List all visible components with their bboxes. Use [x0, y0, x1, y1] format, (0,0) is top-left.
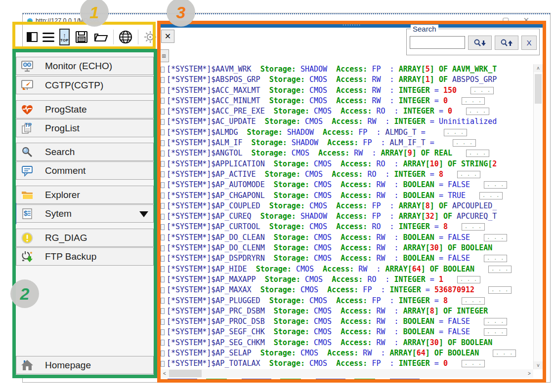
- find-next-button[interactable]: [468, 36, 492, 50]
- panel-close-button[interactable]: ✕: [161, 30, 174, 43]
- variable-text-segment: RW :: [372, 307, 403, 315]
- tree-expander-icon[interactable]: [161, 224, 165, 230]
- sidebar-item-proglist[interactable]: TP ProgList: [16, 119, 154, 137]
- tree-expander-icon[interactable]: [161, 109, 165, 115]
- expand-value-button[interactable]: . . .: [462, 97, 485, 105]
- address-url[interactable]: http://127.0.0.1/MD/sys: [36, 17, 99, 24]
- scroll-left-button[interactable]: ˂: [161, 369, 169, 378]
- horizontal-scrollbar[interactable]: ˂ ˃: [161, 369, 533, 378]
- variable-text-segment: CMOS: [309, 243, 341, 252]
- open-folder-button[interactable]: [93, 31, 108, 43]
- expand-value-button[interactable]: . . .: [462, 297, 485, 305]
- tree-expander-icon[interactable]: [161, 287, 165, 293]
- tree-expander-icon[interactable]: [161, 351, 165, 356]
- chevron-down-icon[interactable]: [139, 211, 148, 217]
- variable-row: [*SYSTEM*]$ABSPOS_GRP Storage: CMOS Acce…: [161, 75, 532, 85]
- menu-button[interactable]: [43, 33, 54, 42]
- scroll-up-button[interactable]: ˄: [534, 64, 543, 72]
- collapse-tree-button[interactable]: ⊞: [159, 49, 169, 62]
- expand-value-button[interactable]: . . .: [488, 286, 512, 294]
- sidebar-item-comment[interactable]: Comment: [16, 161, 154, 180]
- expand-value-button[interactable]: . . .: [462, 360, 485, 367]
- find-prev-button[interactable]: [495, 36, 518, 50]
- web-button[interactable]: [118, 30, 133, 44]
- tree-expander-icon[interactable]: [161, 182, 165, 188]
- tree-expander-icon[interactable]: [161, 235, 165, 240]
- save-button[interactable]: [75, 30, 88, 44]
- expand-value-button[interactable]: . . .: [470, 87, 494, 94]
- vertical-scroll-thumb[interactable]: [535, 74, 542, 104]
- tree-expander-icon[interactable]: [161, 340, 165, 346]
- variable-text-segment: RW :: [354, 265, 385, 274]
- variable-text-segment: 8: [439, 170, 443, 179]
- scroll-top-button[interactable]: ↑ TOP: [59, 29, 70, 45]
- variable-text-segment: INTEGER: [403, 107, 434, 116]
- sidebar-item-cgtp[interactable]: CGTP(CGTP): [16, 76, 154, 94]
- sidebar-item-system[interactable]: $ Sytem: [16, 204, 154, 223]
- expand-value-button[interactable]: . . .: [453, 139, 476, 147]
- variable-text-segment: 536870912: [434, 285, 474, 294]
- tree-expander-icon[interactable]: [161, 245, 165, 251]
- sidebar-item-monitor-echo[interactable]: Monitor (ECHO): [16, 57, 154, 75]
- expand-value-button[interactable]: . . .: [484, 181, 507, 189]
- tree-expander-icon[interactable]: [161, 193, 165, 198]
- variable-text-segment: Storage:: [269, 75, 305, 84]
- tree-expander-icon[interactable]: [161, 266, 165, 272]
- expand-value-button[interactable]: . . .: [457, 276, 480, 283]
- tree-expander-icon[interactable]: [161, 161, 165, 167]
- settings-button[interactable]: [143, 30, 157, 44]
- tree-expander-icon[interactable]: [161, 171, 165, 177]
- expand-value-button[interactable]: . . .: [457, 171, 480, 178]
- sidebar-item-ftp-backup[interactable]: FTP Backup: [16, 247, 154, 266]
- search-input[interactable]: [410, 36, 465, 49]
- variable-text-segment: 150: [443, 86, 457, 95]
- variable-text-segment: 8: [443, 222, 448, 231]
- search-clear-button[interactable]: X: [521, 36, 537, 50]
- tree-expander-icon[interactable]: [161, 98, 165, 104]
- variable-text-segment: APCUREQ_T: [457, 212, 497, 221]
- sidebar-item-progstate[interactable]: ProgState: [16, 100, 154, 118]
- expand-value-button[interactable]: . . .: [466, 108, 489, 115]
- expand-value-button[interactable]: . . .: [462, 223, 485, 231]
- sidebar-item-homepage[interactable]: Homepage: [16, 356, 154, 374]
- tree-expander-icon[interactable]: [161, 119, 165, 125]
- tree-expander-icon[interactable]: [161, 140, 165, 146]
- expand-value-button[interactable]: . . .: [484, 234, 507, 241]
- variable-text-segment: CMOS: [309, 180, 341, 189]
- scroll-right-button[interactable]: ˃: [525, 369, 533, 378]
- tp-documents-icon: TP: [21, 122, 34, 135]
- tree-expander-icon[interactable]: [161, 87, 165, 93]
- scroll-down-button[interactable]: ˅: [534, 361, 543, 369]
- tree-expander-icon[interactable]: [161, 67, 165, 73]
- tree-expander-icon[interactable]: [161, 361, 165, 367]
- variable-text-segment: Storage:: [274, 233, 309, 242]
- tree-expander-icon[interactable]: [161, 319, 165, 325]
- expand-value-button[interactable]: . . .: [466, 150, 489, 157]
- tree-expander-icon[interactable]: [161, 214, 165, 220]
- expand-value-button[interactable]: . . .: [484, 255, 507, 262]
- sidebar-item-rg-diag[interactable]: RG_DIAG: [16, 229, 154, 247]
- tree-expander-icon[interactable]: [161, 256, 165, 262]
- sidebar-item-search[interactable]: Search: [16, 143, 154, 161]
- sidebar-item-label: Comment: [45, 165, 85, 176]
- tree-expander-icon[interactable]: [161, 308, 165, 314]
- tree-expander-icon[interactable]: [161, 77, 165, 83]
- expand-value-button[interactable]: . . .: [488, 266, 512, 273]
- tree-expander-icon[interactable]: [161, 129, 165, 135]
- expand-value-button[interactable]: . . .: [479, 192, 503, 199]
- sidebar-item-label: ProgList: [45, 123, 80, 134]
- expand-value-button[interactable]: . . .: [444, 129, 467, 136]
- panel-drag-bar[interactable]: ········: [161, 24, 543, 28]
- expand-value-button[interactable]: . . .: [484, 328, 507, 336]
- vertical-scrollbar[interactable]: ˄ ˅: [533, 64, 542, 369]
- sidepanel-toggle-button[interactable]: [27, 32, 38, 42]
- expand-value-button[interactable]: . . .: [484, 318, 507, 325]
- tree-expander-icon[interactable]: [161, 329, 165, 335]
- tree-expander-icon[interactable]: [161, 203, 165, 209]
- tree-expander-icon[interactable]: [161, 151, 165, 157]
- sidebar-item-explorer[interactable]: Explorer: [16, 186, 154, 204]
- horizontal-scroll-thumb[interactable]: [169, 370, 202, 377]
- tree-expander-icon[interactable]: [161, 276, 165, 282]
- expand-value-button[interactable]: . . .: [493, 350, 516, 357]
- tree-expander-icon[interactable]: [161, 298, 165, 304]
